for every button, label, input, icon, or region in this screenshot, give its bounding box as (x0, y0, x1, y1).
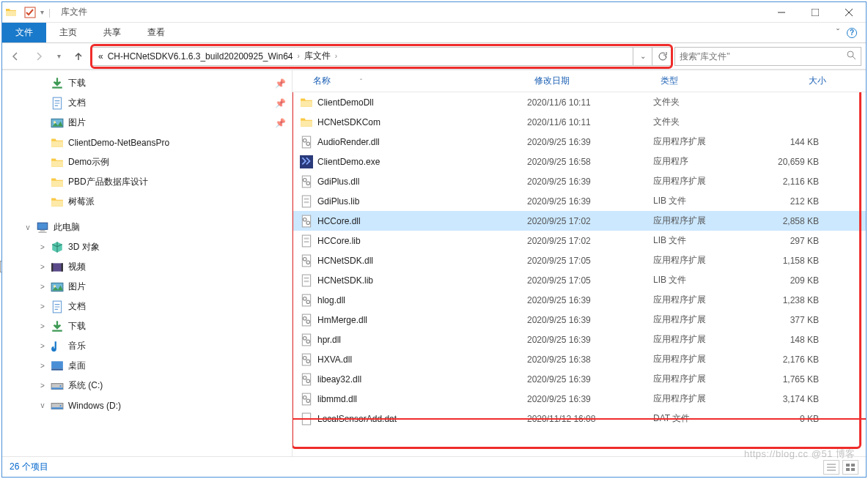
file-row[interactable]: AudioRender.dll2020/9/25 16:39应用程序扩展144 … (293, 132, 866, 152)
sidebar-item[interactable]: 文档📌 (2, 93, 292, 113)
help-icon[interactable]: ? (847, 28, 857, 38)
sidebar-item[interactable]: Demo示例 (2, 152, 292, 172)
breadcrumb-prefix: « (98, 51, 103, 62)
view-icons-button[interactable] (842, 460, 858, 475)
expand-icon[interactable]: > (39, 243, 46, 251)
file-row[interactable]: LocalSensorAdd.dat2020/11/12 16:08DAT 文件… (293, 409, 866, 428)
svg-rect-35 (304, 201, 309, 203)
sidebar-item[interactable]: >下载 (2, 316, 292, 336)
close-button[interactable] (832, 2, 866, 23)
file-type: 应用程序扩展 (653, 254, 763, 267)
tab-home[interactable]: 主页 (46, 23, 90, 42)
file-row[interactable]: hpr.dll2020/9/25 16:39应用程序扩展148 KB (293, 330, 866, 349)
search-box[interactable] (674, 47, 861, 66)
file-row[interactable]: GdiPlus.lib2020/9/25 16:39LIB 文件212 KB (293, 191, 866, 211)
expand-icon[interactable]: > (39, 362, 46, 370)
sidebar-item[interactable]: 树莓派 (2, 192, 292, 212)
sidebar-item[interactable]: PBD产品数据库设计 (2, 172, 292, 192)
file-row[interactable]: hlog.dll2020/9/25 16:39应用程序扩展1,238 KB (293, 290, 866, 310)
file-type: 应用程序扩展 (653, 393, 763, 405)
qat-checkbox-icon[interactable] (24, 7, 36, 18)
qat-dropdown-icon[interactable]: ▾ (40, 8, 44, 16)
file-row[interactable]: ClientDemo.exe2020/9/25 16:58应用程序20,659 … (293, 152, 866, 171)
maximize-button[interactable] (798, 2, 832, 23)
tab-file[interactable]: 文件 (2, 23, 46, 42)
lib-icon (300, 195, 313, 208)
file-size: 2,858 KB (763, 216, 825, 226)
sidebar-item[interactable]: >3D 对象 (2, 237, 292, 257)
minimize-button[interactable] (765, 2, 798, 23)
svg-rect-7 (37, 223, 48, 229)
file-row[interactable]: HCCore.dll2020/9/25 17:02应用程序扩展2,858 KB (293, 211, 866, 231)
doc-icon (51, 97, 64, 110)
column-size[interactable]: 大小 (770, 75, 832, 87)
sidebar-item[interactable]: ClientDemo-NetBeansPro (2, 133, 292, 152)
address-bar[interactable]: « CH-HCNetSDKV6.1.6.3_build20200925_Win6… (92, 47, 672, 66)
file-size: 3,174 KB (763, 394, 825, 404)
svg-point-24 (59, 404, 61, 406)
sidebar-item[interactable]: >音乐 (2, 336, 292, 356)
expand-icon[interactable]: > (39, 342, 46, 350)
expand-icon[interactable]: > (39, 322, 46, 330)
search-input[interactable] (680, 51, 826, 62)
sidebar-item[interactable]: >视频 (2, 257, 292, 277)
sidebar-item[interactable]: >图片 (2, 277, 292, 297)
file-row[interactable]: HCNetSDK.lib2020/9/25 17:05LIB 文件209 KB (293, 270, 866, 290)
sidebar-item[interactable]: >系统 (C:) (2, 376, 292, 396)
sidebar-item[interactable]: v此电脑 (2, 218, 292, 237)
download-icon (51, 320, 64, 333)
address-dropdown-icon[interactable]: ⌄ (633, 47, 652, 66)
sidebar-item[interactable]: >文档 (2, 297, 292, 316)
chevron-right-icon[interactable]: › (298, 52, 300, 60)
column-type[interactable]: 类型 (661, 75, 770, 87)
expand-icon[interactable]: v (39, 401, 46, 409)
status-bar: 26 个项目 (2, 456, 866, 477)
expand-icon[interactable]: > (39, 302, 46, 311)
column-name[interactable]: 名称ˆ (293, 75, 534, 87)
file-row[interactable]: HCCore.lib2020/9/25 17:02LIB 文件297 KB (293, 231, 866, 250)
file-row[interactable]: HXVA.dll2020/9/25 16:38应用程序扩展2,176 KB (293, 349, 866, 369)
breadcrumb-item[interactable]: CH-HCNetSDKV6.1.6.3_build20200925_Win64 (108, 51, 293, 62)
file-row[interactable]: libeay32.dll2020/9/25 16:39应用程序扩展1,765 K… (293, 369, 866, 389)
file-name: GdiPlus.dll (317, 177, 359, 187)
file-row[interactable]: libmmd.dll2020/9/25 16:39应用程序扩展3,174 KB (293, 389, 866, 409)
refresh-button[interactable] (652, 47, 672, 66)
search-icon[interactable] (846, 50, 856, 62)
file-date: 2020/9/25 16:39 (527, 374, 653, 385)
view-details-button[interactable] (823, 460, 839, 475)
file-row[interactable]: HmMerge.dll2020/9/25 16:39应用程序扩展377 KB (293, 310, 866, 330)
file-row[interactable]: ClientDemoDll2020/11/6 10:11文件夹 (293, 92, 866, 112)
forward-button[interactable] (29, 46, 49, 67)
expand-icon[interactable]: v (24, 223, 32, 231)
file-size: 2,116 KB (763, 177, 825, 187)
folder-icon (300, 116, 313, 129)
sidebar-item[interactable]: >桌面 (2, 356, 292, 376)
tab-share[interactable]: 共享 (90, 23, 134, 42)
dll-icon (300, 353, 313, 366)
back-button[interactable] (5, 46, 26, 67)
sidebar-item[interactable]: 下载📌 (2, 73, 292, 93)
recent-dropdown[interactable]: ▾ (52, 46, 65, 67)
column-date[interactable]: 修改日期 (534, 75, 661, 87)
expand-icon[interactable]: > (39, 263, 46, 271)
chevron-right-icon[interactable]: › (335, 52, 337, 60)
svg-point-6 (54, 121, 56, 123)
sidebar-item[interactable]: vWindows (D:) (2, 396, 292, 415)
expand-icon[interactable]: > (39, 283, 46, 291)
up-button[interactable] (68, 46, 89, 67)
breadcrumb-item[interactable]: 库文件 (304, 50, 331, 62)
file-row[interactable]: HCNetSDK.dll2020/9/25 17:05应用程序扩展1,158 K… (293, 250, 866, 270)
lib-icon (300, 234, 313, 248)
svg-point-21 (59, 385, 61, 386)
tab-view[interactable]: 查看 (134, 23, 178, 42)
sidebar-item[interactable]: 图片📌 (2, 113, 292, 133)
ribbon-expand-icon[interactable]: ˇ (836, 28, 839, 38)
expand-icon[interactable]: > (39, 382, 46, 390)
folder-icon (51, 196, 64, 209)
file-date: 2020/11/6 10:11 (527, 117, 653, 127)
pc-icon (36, 221, 49, 234)
file-row[interactable]: GdiPlus.dll2020/9/25 16:39应用程序扩展2,116 KB (293, 171, 866, 191)
file-row[interactable]: HCNetSDKCom2020/11/6 10:11文件夹 (293, 112, 866, 132)
folder-icon (51, 136, 64, 149)
svg-rect-22 (51, 387, 63, 389)
